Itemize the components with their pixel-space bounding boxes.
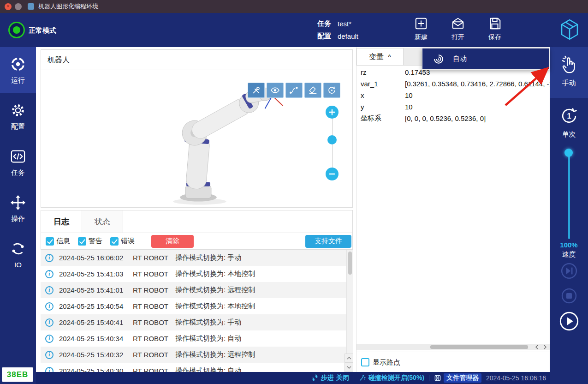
zoom-in-button[interactable] <box>326 106 339 119</box>
log-source: RT ROBOT <box>133 335 175 342</box>
log-message: 操作模式切换为: 自动 <box>175 334 353 343</box>
window-title: 机器人图形化编程环境 <box>38 2 98 11</box>
show-waypoints-row[interactable]: 显示路点 <box>356 352 550 372</box>
support-files-button[interactable]: 支持文件 <box>305 235 351 248</box>
variable-row: x 10 <box>356 90 550 101</box>
app-window: 机器人图形化编程环境 正常模式 任务 test* 配置 default 新建 <box>0 0 588 384</box>
log-message: 操作模式切换为: 自动 <box>175 366 353 372</box>
speed-slider-thumb[interactable] <box>564 149 573 157</box>
log-message: 操作模式切换为: 远程控制 <box>175 350 353 359</box>
log-message: 操作模式切换为: 远程控制 <box>175 286 353 294</box>
single-cycle-icon: 1 <box>559 106 579 126</box>
log-time: 2024-05-25 15:41:01 <box>59 286 133 294</box>
statusbar-divider <box>354 375 354 381</box>
config-value: default <box>338 32 358 40</box>
robot-view-toolbar <box>248 83 340 98</box>
log-source: RT ROBOT <box>133 270 175 278</box>
tab-log[interactable]: 日志 <box>41 210 82 233</box>
clear-logs-button[interactable]: 清除 <box>151 235 194 248</box>
stop-button[interactable] <box>550 288 588 304</box>
sidebar-item-task[interactable]: 任务 <box>0 139 36 186</box>
save-button[interactable]: 保存 <box>480 17 510 42</box>
left-sidebar: 运行 配置 任务 操作 IO 38EB <box>0 47 36 384</box>
log-message: 操作模式切换为: 手动 <box>175 253 353 262</box>
file-manager-button[interactable]: 文件管理器 <box>434 373 481 383</box>
log-row: 2024-05-25 15:40:34 RT ROBOT 操作模式切换为: 自动 <box>41 330 353 347</box>
variables-panel: 变量 ^ rz 0.17453 var_1 [0.3261, 0.35348, … <box>356 47 550 372</box>
app-logo-cube-icon <box>559 18 580 42</box>
window-close-button[interactable] <box>5 3 12 10</box>
log-time: 2024-05-25 15:40:41 <box>59 318 133 326</box>
sidebar-item-run[interactable]: 运行 <box>0 47 36 93</box>
show-waypoints-checkbox[interactable] <box>361 358 369 366</box>
filter-warning-checkbox[interactable]: 警告 <box>78 237 102 246</box>
checkbox-checked-icon <box>78 237 86 246</box>
filter-info-label: 信息 <box>56 237 70 246</box>
hand-icon <box>559 55 579 74</box>
sidebar-item-config[interactable]: 配置 <box>0 93 36 139</box>
zoom-control <box>326 106 339 180</box>
play-button[interactable] <box>550 311 588 331</box>
log-source: RT ROBOT <box>133 318 175 326</box>
sidebar-item-io-label: IO <box>14 261 22 269</box>
scroll-left-button[interactable] <box>533 344 540 350</box>
single-run-label: 单次 <box>562 130 576 139</box>
variables-table: rz 0.17453 var_1 [0.3261, 0.35348, 0.734… <box>356 66 550 124</box>
reset-view-button[interactable] <box>323 83 340 98</box>
info-icon <box>45 270 53 278</box>
header-bar: 正常模式 任务 test* 配置 default 新建 打开 <box>0 13 588 47</box>
zoom-slider-thumb[interactable] <box>327 135 337 144</box>
info-icon <box>45 318 53 327</box>
chevron-right-icon <box>544 345 546 349</box>
mode-dropdown-item-auto[interactable]: 自动 <box>422 48 550 70</box>
sidebar-item-io[interactable]: IO <box>0 232 36 278</box>
log-scroll-buttons <box>344 354 353 372</box>
stop-icon <box>561 288 577 304</box>
collision-icon <box>359 374 366 382</box>
variable-name: rz <box>356 68 405 76</box>
tab-variables[interactable]: 变量 ^ <box>356 48 404 66</box>
path-button[interactable] <box>285 83 303 98</box>
visibility-button[interactable] <box>267 83 284 98</box>
robot-3d-view[interactable] <box>41 70 352 207</box>
svg-text:1: 1 <box>567 112 571 120</box>
log-row: 2024-05-25 15:41:03 RT ROBOT 操作模式切换为: 本地… <box>41 266 353 282</box>
tools-button[interactable] <box>248 83 265 98</box>
open-button-label: 打开 <box>451 33 464 42</box>
skip-next-icon <box>560 262 578 280</box>
wrench-icon <box>251 85 261 95</box>
log-row: 2024-05-25 15:40:54 RT ROBOT 操作模式切换为: 本地… <box>41 298 353 314</box>
step-label: 步进 <box>321 374 334 382</box>
speed-slider-track[interactable] <box>568 149 570 239</box>
new-file-icon <box>414 17 428 30</box>
scroll-down-button[interactable] <box>344 363 353 372</box>
sidebar-item-operate[interactable]: 操作 <box>0 186 36 232</box>
step-next-button[interactable] <box>550 262 588 280</box>
log-row: 2024-05-25 15:41:01 RT ROBOT 操作模式切换为: 远程… <box>41 282 353 298</box>
eraser-icon <box>308 85 318 95</box>
hscrollbar-thumb[interactable] <box>430 345 528 349</box>
variables-horizontal-scrollbar[interactable] <box>356 344 550 350</box>
filter-error-checkbox[interactable]: 错误 <box>110 237 135 246</box>
log-scrollbar-thumb[interactable] <box>348 252 352 275</box>
collision-detection-toggle[interactable]: 碰撞检测开启(50%) <box>359 374 424 382</box>
eraser-button[interactable] <box>304 83 321 98</box>
open-button[interactable]: 打开 <box>443 17 473 42</box>
log-time: 2024-05-25 15:40:34 <box>59 335 133 342</box>
log-time: 2024-05-25 15:40:32 <box>59 351 133 359</box>
speed-slider[interactable] <box>550 149 588 241</box>
manual-mode-button[interactable]: 手动 <box>550 47 588 98</box>
scroll-up-button[interactable] <box>344 354 353 363</box>
tab-status[interactable]: 状态 <box>82 210 123 233</box>
new-button[interactable]: 新建 <box>406 17 436 42</box>
window-minimize-button[interactable] <box>15 3 22 10</box>
zoom-out-button[interactable] <box>326 168 339 180</box>
filter-info-checkbox[interactable]: 信息 <box>46 237 70 246</box>
sidebar-item-run-label: 运行 <box>11 76 25 85</box>
status-bar: 步进 关闭 碰撞检测开启(50%) 文件管理器 2024-05-25 16:06… <box>36 372 550 384</box>
scroll-right-button[interactable] <box>541 344 549 350</box>
single-run-button[interactable]: 1 单次 <box>550 98 588 144</box>
window-titlebar: 机器人图形化编程环境 <box>0 0 588 13</box>
log-time: 2024-05-25 16:06:02 <box>59 254 133 262</box>
step-mode-toggle[interactable]: 步进 关闭 <box>311 374 349 382</box>
